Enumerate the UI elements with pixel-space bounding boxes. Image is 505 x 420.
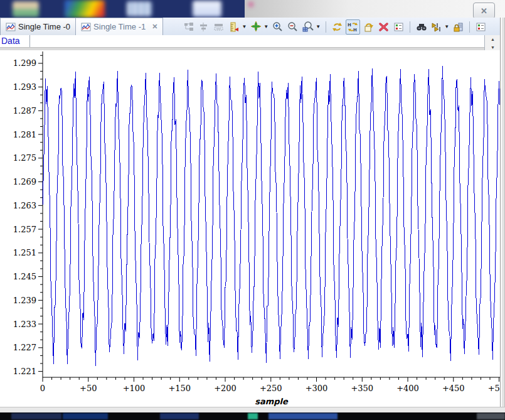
time-plot: 1.2991.2931.2871.2811.2751.2691.2631.257… [0, 50, 500, 407]
y-tick-label: 1.251 [13, 248, 36, 257]
refresh-button[interactable] [331, 20, 344, 34]
view-tab-bar: Single Time -0 Single Time -1 ✕ [0, 18, 500, 36]
y-tick-label: 1.281 [13, 130, 36, 139]
y-tick-label: 1.287 [13, 106, 36, 116]
desktop-icon-blur [193, 1, 221, 17]
refresh-all-icon [363, 22, 374, 32]
toolbar-separator [410, 21, 410, 33]
x-axis-title: sample [255, 397, 289, 406]
taskbar-item-blur [63, 413, 108, 419]
y-tick-label: 1.299 [13, 58, 36, 68]
window-right-frame [500, 18, 505, 412]
taskbar-strip [0, 412, 505, 420]
hierarchy-button [182, 20, 195, 34]
zoom-out-icon [287, 21, 298, 32]
y-tick-label: 1.245 [13, 272, 36, 281]
taskbar-item-blur [268, 413, 338, 419]
scroll-up-button[interactable]: ▲ [485, 35, 501, 43]
hold-updates-icon: H H [348, 22, 358, 32]
y-tick-label: 1.239 [13, 296, 36, 305]
align-center-button [197, 20, 210, 34]
dropdown-arrow-icon[interactable]: ▼ [316, 24, 321, 30]
ruler-icon [228, 22, 239, 32]
panel-settings-icon [213, 22, 224, 32]
lock-icon [453, 22, 464, 32]
y-tick-label: 1.269 [13, 177, 36, 186]
tab-label: Single Time -0 [18, 22, 70, 31]
zoom-in-icon [272, 21, 283, 32]
find-button[interactable] [415, 20, 428, 34]
x-tick-label: +500 [488, 384, 500, 393]
dropdown-arrow-icon[interactable]: ▼ [242, 24, 247, 30]
scroll-spinner: ▲ ▼ [484, 35, 501, 51]
remove-all-icon [378, 22, 389, 32]
zoom-in-button[interactable] [271, 20, 284, 34]
tab-single-time-0[interactable]: Single Time -0 [0, 18, 76, 35]
x-tick-label: +300 [306, 384, 328, 393]
data-tab-row: Data [0, 35, 500, 47]
zoom-out-button[interactable] [286, 20, 299, 34]
taskbar-item-blur [248, 413, 258, 419]
desktop-icon-blur [65, 0, 105, 18]
desktop-icon-blur [248, 2, 253, 7]
add-cursor-button[interactable] [249, 20, 262, 34]
refresh-all-button[interactable] [362, 20, 375, 34]
display-properties-icon [476, 22, 486, 32]
x-tick-label: 0 [40, 384, 45, 393]
y-tick-label: 1.221 [13, 367, 36, 376]
chart-icon [6, 22, 16, 32]
application-window: ✕ Single Time -0 Single Time -1 ✕ [0, 0, 505, 420]
display-properties-2-button[interactable] [474, 20, 487, 34]
x-tick-label: +50 [80, 384, 97, 393]
hold-updates-button[interactable]: H H [346, 19, 360, 35]
svg-text:H: H [348, 23, 351, 28]
x-tick-label: +400 [396, 384, 419, 393]
refresh-icon [332, 22, 343, 32]
panel-settings-button [212, 20, 225, 34]
desktop-icon-blur [127, 1, 152, 16]
add-cursor-icon [250, 21, 262, 32]
zoom-region-button[interactable] [301, 20, 314, 34]
tab-single-time-1[interactable]: Single Time -1 ✕ [76, 18, 163, 35]
window-close-button[interactable]: ✕ [473, 3, 495, 18]
tab-data[interactable]: Data [1, 36, 20, 46]
svg-text:H: H [353, 28, 357, 32]
waveform-trace [43, 66, 500, 367]
toolbar-separator [469, 21, 470, 33]
step-forward-button[interactable] [430, 20, 443, 34]
display-properties-icon [393, 22, 404, 32]
taskbar-item-blur [160, 413, 199, 419]
up-arrow-icon: ▲ [491, 37, 495, 41]
background-window-edge [245, 0, 505, 18]
x-tick-label: +100 [123, 384, 146, 393]
ruler-measure-button[interactable] [227, 20, 240, 34]
zoom-region-icon [302, 21, 314, 32]
display-properties-button[interactable] [392, 20, 405, 34]
dropdown-arrow-icon[interactable]: ▼ [263, 24, 268, 30]
y-tick-label: 1.275 [13, 153, 36, 163]
desktop-icon-blur [13, 1, 39, 17]
toolbar-separator [326, 21, 326, 33]
down-arrow-icon: ▼ [491, 45, 495, 50]
y-tick-label: 1.227 [13, 343, 36, 352]
binoculars-icon [416, 22, 427, 32]
y-tick-label: 1.263 [13, 201, 36, 210]
taskbar-item-blur [11, 413, 61, 419]
x-tick-label: +450 [442, 384, 465, 393]
hierarchy-icon [183, 22, 194, 32]
plot-toolbar: ▼ ▼ [182, 18, 487, 35]
dropdown-arrow-icon[interactable]: ▼ [444, 24, 449, 30]
y-tick-label: 1.257 [13, 225, 36, 234]
plot-canvas[interactable]: 1.2991.2931.2871.2811.2751.2691.2631.257… [0, 50, 500, 407]
close-icon: ✕ [481, 6, 487, 16]
tab-close-icon[interactable]: ✕ [152, 23, 157, 31]
remove-all-button[interactable] [377, 20, 390, 34]
tab-separator [29, 35, 30, 47]
x-tick-label: +250 [260, 384, 282, 393]
lock-panel-button[interactable] [452, 20, 465, 34]
chart-icon [81, 22, 91, 32]
x-tick-label: +350 [351, 384, 373, 393]
align-center-icon [198, 22, 209, 32]
step-forward-icon [431, 22, 442, 32]
y-tick-label: 1.293 [13, 82, 36, 92]
